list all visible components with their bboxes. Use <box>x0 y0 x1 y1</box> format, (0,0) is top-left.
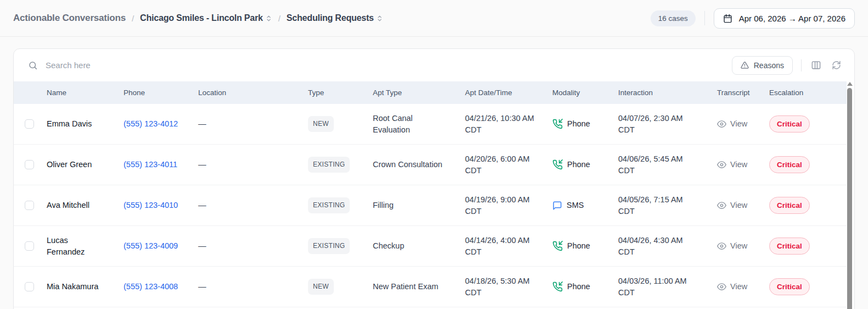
name-cell: Oliver Green <box>47 159 124 170</box>
escalation-cell: Critical <box>769 238 847 255</box>
phone-cell: (555) 123-4008 <box>124 281 198 293</box>
phone-incoming-icon <box>552 119 563 129</box>
row-checkbox[interactable] <box>25 201 34 210</box>
modality-cell: Phone <box>552 240 618 252</box>
vertical-scrollbar[interactable] <box>847 81 853 309</box>
escalation-cell: Critical <box>769 278 847 295</box>
phone-link[interactable]: (555) 123-4012 <box>124 119 178 128</box>
apt-type-cell: Crown Consultation <box>373 159 465 170</box>
row-checkbox-cell <box>14 241 47 251</box>
view-transcript-button[interactable]: View <box>717 281 758 293</box>
row-checkbox[interactable] <box>25 160 34 169</box>
refresh-button[interactable] <box>831 59 842 71</box>
breadcrumb-separator: / <box>132 14 134 23</box>
column-header-name: Name <box>47 89 124 97</box>
phone-cell: (555) 123-4011 <box>124 159 198 170</box>
modality-label: Phone <box>567 159 590 170</box>
name-cell: Lucas Fernandez <box>47 235 124 258</box>
columns-toggle-button[interactable] <box>810 59 822 71</box>
calendar-icon <box>723 14 732 23</box>
column-header-type: Type <box>308 89 373 97</box>
scrollbar-thumb[interactable] <box>847 88 852 309</box>
date-range-picker[interactable]: Apr 06, 2026 → Apr 07, 2026 <box>714 8 855 29</box>
sms-bubble-icon <box>552 201 562 211</box>
table-body: Emma Davis (555) 123-4012 — NEW Root Can… <box>14 104 847 307</box>
column-header-modality: Modality <box>552 89 618 97</box>
view-transcript-button[interactable]: View <box>717 200 758 211</box>
eye-icon <box>717 201 726 210</box>
view-transcript-label: View <box>730 200 747 211</box>
apt-datetime-cell: 04/19/26, 9:00 AM CDT <box>465 194 552 217</box>
row-checkbox[interactable] <box>25 119 34 129</box>
divider <box>704 11 705 25</box>
interaction-cell: 04/07/26, 2:30 AM CDT <box>618 113 717 136</box>
interaction-cell: 04/05/26, 7:15 AM CDT <box>618 194 717 217</box>
type-cell: EXISTING <box>308 197 373 213</box>
apt-type-cell: New Patient Exam <box>373 281 465 293</box>
row-checkbox-cell <box>14 160 47 169</box>
location-cell: — <box>198 118 308 130</box>
location-cell: — <box>198 200 308 211</box>
modality-label: Phone <box>567 240 590 252</box>
modality-cell: SMS <box>552 200 618 211</box>
apt-datetime-cell: 04/18/26, 5:30 AM CDT <box>465 275 552 299</box>
apt-datetime-cell: 04/14/26, 4:00 AM CDT <box>465 235 552 258</box>
location-cell: — <box>198 159 308 170</box>
column-header-apt-type: Apt Type <box>373 89 465 97</box>
modality-cell: Phone <box>552 159 618 170</box>
type-cell: NEW <box>308 279 373 295</box>
type-cell: NEW <box>308 116 373 132</box>
phone-incoming-icon <box>552 159 563 170</box>
apt-datetime-cell: 04/20/26, 6:00 AM CDT <box>465 153 552 176</box>
phone-link[interactable]: (555) 123-4008 <box>124 282 178 291</box>
breadcrumb-separator: / <box>278 14 281 23</box>
row-checkbox[interactable] <box>25 282 34 291</box>
location-selector[interactable]: Chicago Smiles - Lincoln Park <box>140 13 272 23</box>
conversations-table: Name Phone Location Type Apt Type Apt Da… <box>14 81 847 307</box>
cases-count-badge: 16 cases <box>651 10 696 26</box>
row-checkbox-cell <box>14 201 47 210</box>
date-range-label: Apr 06, 2026 → Apr 07, 2026 <box>739 14 845 23</box>
escalation-cell: Critical <box>769 156 847 173</box>
scrollbar-up-arrow-icon[interactable] <box>847 82 853 86</box>
name-cell: Emma Davis <box>47 118 124 130</box>
apt-datetime-cell: 04/21/26, 10:30 AM CDT <box>465 113 552 136</box>
phone-incoming-icon <box>552 282 563 292</box>
view-transcript-button[interactable]: View <box>717 118 758 130</box>
column-header-location: Location <box>198 89 308 97</box>
row-checkbox-cell <box>14 282 47 291</box>
apt-type-cell: Checkup <box>373 240 465 252</box>
column-header-apt-datetime: Apt Date/Time <box>465 89 552 97</box>
modality-label: Phone <box>567 118 590 130</box>
apt-type-cell: Filling <box>373 200 465 211</box>
escalation-cell: Critical <box>769 197 847 214</box>
row-checkbox[interactable] <box>25 241 34 251</box>
interaction-cell: 04/04/26, 4:30 AM CDT <box>618 235 717 258</box>
view-transcript-label: View <box>730 240 747 252</box>
location-cell: — <box>198 240 308 252</box>
escalation-badge: Critical <box>769 115 810 133</box>
view-transcript-button[interactable]: View <box>717 159 758 170</box>
search-input[interactable] <box>46 60 331 70</box>
phone-link[interactable]: (555) 123-4009 <box>124 241 178 250</box>
chevrons-up-down-icon <box>376 15 383 22</box>
view-selector[interactable]: Scheduling Requests <box>287 13 383 23</box>
name-cell: Mia Nakamura <box>47 281 124 293</box>
phone-cell: (555) 123-4009 <box>124 240 198 252</box>
table-row: Oliver Green (555) 123-4011 — EXISTING C… <box>14 145 847 185</box>
phone-link[interactable]: (555) 123-4010 <box>124 201 178 209</box>
escalation-badge: Critical <box>769 156 810 173</box>
interaction-cell: 04/06/26, 5:45 AM CDT <box>618 153 717 176</box>
apt-type-cell: Root Canal Evaluation <box>373 113 465 136</box>
column-header-transcript: Transcript <box>717 89 769 97</box>
conversations-card: Reasons Name Phone Location Type Apt Typ… <box>13 48 855 309</box>
transcript-cell: View <box>717 281 769 293</box>
escalation-badge: Critical <box>769 238 810 255</box>
reasons-button[interactable]: Reasons <box>732 56 793 75</box>
search-bar <box>28 60 732 70</box>
row-checkbox-cell <box>14 119 47 129</box>
phone-link[interactable]: (555) 123-4011 <box>124 160 177 169</box>
location-selector-label: Chicago Smiles - Lincoln Park <box>140 13 263 23</box>
view-transcript-button[interactable]: View <box>717 240 758 252</box>
top-bar: Actionable Conversations / Chicago Smile… <box>0 0 868 37</box>
